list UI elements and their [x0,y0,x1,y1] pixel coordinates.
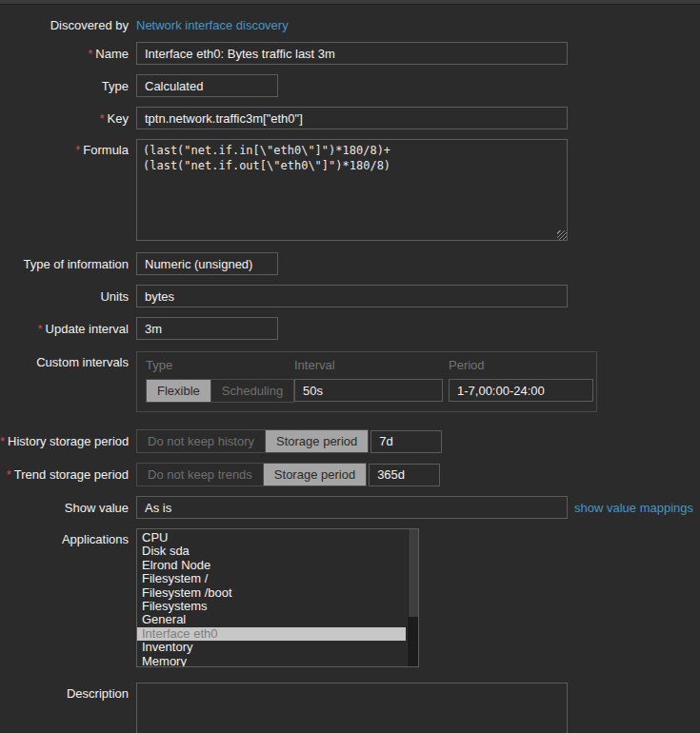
trend-period-input[interactable] [369,464,440,486]
required-marker: * [7,467,11,482]
discovered-by-link[interactable]: Network interface discovery [136,18,289,32]
column-header-interval: Interval [294,358,443,379]
row-history-storage: *History storage period Do not keep hist… [0,429,700,453]
units-label: Units [0,289,129,304]
applications-listbox[interactable]: CPUDisk sdaElrond NodeFilesystem /Filesy… [136,528,419,667]
trend-storage-toggle: Do not keep trends Storage period [136,463,367,486]
history-storage-period[interactable]: Storage period [265,430,368,452]
description-textarea[interactable] [136,683,568,733]
show-value-selected: As is [145,501,171,515]
interval-type-scheduling[interactable]: Scheduling [210,380,293,402]
row-key: *Key [0,107,700,129]
formula-textarea[interactable]: (last("net.if.in[\"eth0\"]")*180/8)+ (la… [136,139,568,241]
description-label: Description [0,683,129,701]
application-option[interactable]: CPU [137,531,406,545]
row-update-interval: *Update interval [0,317,700,340]
row-type-of-information: Type of information Numeric (unsigned) [0,252,700,275]
update-interval-input[interactable] [136,317,278,340]
discovered-by-label: Discovered by [0,18,129,32]
row-type: Type Calculated [0,74,700,97]
row-description: Description [0,683,700,733]
application-option[interactable]: Filesystems [137,600,406,613]
row-show-value: Show value As is show value mappings [0,496,700,519]
interval-type-toggle: Flexible Scheduling [146,379,294,403]
scrollbar[interactable] [407,529,418,666]
application-option[interactable]: Filesystem / [137,572,406,585]
formula-label: Formula [83,143,129,157]
required-marker: * [37,322,42,336]
trend-storage-period[interactable]: Storage period [263,464,366,485]
history-storage-label: History storage period [8,434,129,448]
show-value-select[interactable]: As is [136,496,568,519]
row-formula: *Formula (last("net.if.in[\"eth0\"]")*18… [0,139,700,241]
key-label: Key [108,111,129,126]
row-trend-storage: *Trend storage period Do not keep trends… [0,463,700,486]
row-applications: Applications CPUDisk sdaElrond NodeFiles… [0,528,700,667]
row-units: Units [0,285,700,307]
history-period-input[interactable] [370,430,442,453]
custom-intervals-box: Type Interval Period Flexible Scheduling [136,351,597,412]
required-marker: * [88,47,92,61]
interval-type-flexible[interactable]: Flexible [147,380,210,402]
trend-do-not-keep[interactable]: Do not keep trends [137,464,263,485]
name-label: Name [95,47,129,61]
update-interval-label: Update interval [46,322,129,336]
units-input[interactable] [136,285,568,307]
application-option[interactable]: Interface eth0 [137,627,406,641]
custom-period-input[interactable] [449,379,593,402]
type-select-value: Calculated [145,79,203,93]
show-value-mappings-link[interactable]: show value mappings [574,501,693,515]
type-label: Type [0,79,129,93]
custom-intervals-label: Custom intervals [0,351,129,369]
name-input[interactable] [136,42,568,65]
applications-label: Applications [0,528,129,546]
application-option[interactable]: Memory [137,655,406,667]
column-header-type: Type [146,358,289,379]
item-configuration-form: Discovered by Network interface discover… [0,5,700,733]
column-header-period: Period [449,358,593,379]
application-option[interactable]: Elrond Node [137,559,406,572]
application-option[interactable]: General [137,613,406,626]
type-of-information-label: Type of information [0,257,129,271]
application-option[interactable]: Disk sda [137,545,406,558]
type-of-information-select[interactable]: Numeric (unsigned) [136,252,278,275]
resize-handle-icon[interactable] [557,230,567,240]
show-value-label: Show value [0,501,129,515]
applications-list: CPUDisk sdaElrond NodeFilesystem /Filesy… [137,529,406,667]
required-marker: * [0,434,5,448]
trend-storage-label: Trend storage period [14,467,129,482]
history-storage-toggle: Do not keep history Storage period [136,429,369,453]
application-option[interactable]: Inventory [137,641,406,654]
custom-interval-input[interactable] [294,379,443,402]
required-marker: * [75,143,80,157]
scrollbar-thumb[interactable] [409,529,418,617]
key-input[interactable] [136,107,568,129]
row-discovered-by: Discovered by Network interface discover… [0,18,700,32]
row-custom-intervals: Custom intervals Type Interval Period Fl… [0,351,700,412]
type-of-information-value: Numeric (unsigned) [145,257,252,271]
required-marker: * [100,111,105,126]
type-select[interactable]: Calculated [136,74,278,97]
application-option[interactable]: Filesystem /boot [137,586,406,600]
history-do-not-keep[interactable]: Do not keep history [137,430,265,452]
row-name: *Name [0,42,700,65]
